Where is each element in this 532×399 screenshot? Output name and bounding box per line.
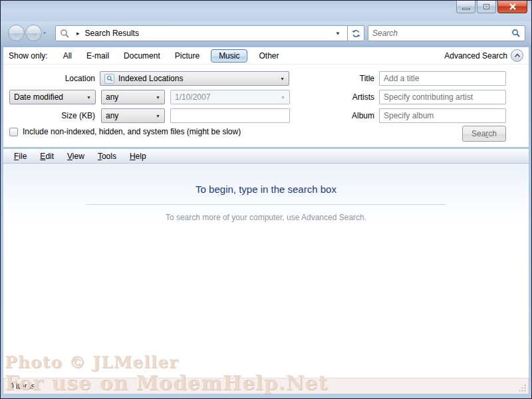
search-location-icon <box>60 29 70 39</box>
filter-other[interactable]: Other <box>251 50 286 62</box>
menu-bar: File Edit View Tools Help <box>3 149 529 164</box>
location-combobox[interactable]: Indexed Locations ▼ <box>100 71 289 86</box>
results-pane: To begin, type in the search box To sear… <box>3 164 529 378</box>
date-operator-value: any <box>106 92 118 102</box>
date-value: 1/10/2007 <box>175 92 210 102</box>
search-input[interactable] <box>372 29 511 38</box>
advanced-search-toggle[interactable]: Advanced Search <box>444 49 523 62</box>
address-bar[interactable]: ▸ Search Results ▼ <box>55 25 348 41</box>
forward-icon: → <box>29 28 38 38</box>
menu-view[interactable]: View <box>61 150 91 162</box>
maximize-button[interactable] <box>477 1 496 13</box>
size-value-input[interactable] <box>170 108 290 123</box>
title-bar[interactable] <box>1 1 531 21</box>
filter-document[interactable]: Document <box>116 50 168 62</box>
search-icon <box>511 29 521 38</box>
address-dropdown-icon[interactable]: ▼ <box>332 31 343 37</box>
menu-help[interactable]: Help <box>123 150 153 162</box>
forward-button[interactable]: → <box>25 25 42 41</box>
empty-state-subtext: To search more of your computer, use Adv… <box>3 213 529 222</box>
close-icon <box>509 3 517 10</box>
search-results-window: ← → ▾ ▸ Search Results ▼ <box>0 0 532 399</box>
filter-music-selected[interactable]: Music <box>211 49 247 63</box>
menu-file[interactable]: File <box>7 150 33 162</box>
minimize-icon <box>462 8 470 10</box>
size-label: Size (KB) <box>3 108 95 123</box>
date-operator-combobox[interactable]: any ▼ <box>101 90 165 104</box>
dropdown-arrow-icon: ▼ <box>152 95 160 100</box>
dropdown-arrow-icon: ▼ <box>152 114 160 118</box>
advanced-search-panel: Location Indexed Locations ▼ Date modifi… <box>3 65 529 147</box>
include-files-label: Include non-indexed, hidden, and system … <box>23 127 241 136</box>
breadcrumb-arrow-icon: ▸ <box>76 30 80 37</box>
divider <box>86 204 446 205</box>
empty-state-heading: To begin, type in the search box <box>3 184 529 195</box>
refresh-button[interactable] <box>348 25 364 41</box>
navigation-bar: ← → ▾ ▸ Search Results ▼ <box>1 21 531 45</box>
search-button[interactable]: Search <box>462 126 506 142</box>
recent-pages-dropdown[interactable]: ▾ <box>43 30 46 36</box>
location-value: Indexed Locations <box>118 74 183 83</box>
include-files-option[interactable]: Include non-indexed, hidden, and system … <box>9 127 241 136</box>
filter-all[interactable]: All <box>56 50 79 62</box>
filter-email[interactable]: E-mail <box>79 50 116 62</box>
refresh-icon <box>351 29 361 39</box>
filter-picture[interactable]: Picture <box>168 50 207 62</box>
include-files-checkbox[interactable] <box>9 128 18 136</box>
show-only-label: Show only: <box>9 51 48 61</box>
back-icon: ← <box>12 28 21 38</box>
dropdown-arrow-icon: ▼ <box>82 95 91 100</box>
window-body: Show only: All E-mail Document Picture M… <box>1 45 531 398</box>
collapse-chevron-icon <box>511 49 523 62</box>
filter-bar: Show only: All E-mail Document Picture M… <box>3 47 529 65</box>
search-box[interactable] <box>368 25 525 41</box>
album-input[interactable] <box>379 108 506 123</box>
date-filter-value: Date modified <box>14 92 63 102</box>
date-value-combobox: 1/10/2007 ▼ <box>170 90 290 104</box>
advanced-search-label: Advanced Search <box>444 51 507 61</box>
menu-tools[interactable]: Tools <box>91 150 123 162</box>
artists-input[interactable] <box>379 90 506 104</box>
date-filter-combobox[interactable]: Date modified ▼ <box>9 90 96 104</box>
size-operator-combobox[interactable]: any ▼ <box>101 108 165 123</box>
artists-label: Artists <box>283 90 374 104</box>
breadcrumb[interactable]: Search Results <box>85 29 333 38</box>
window-controls <box>456 1 527 13</box>
menu-edit[interactable]: Edit <box>33 150 61 162</box>
minimize-button[interactable] <box>456 1 475 13</box>
close-button[interactable] <box>497 1 527 13</box>
title-input[interactable] <box>379 71 506 86</box>
back-button[interactable]: ← <box>8 25 25 41</box>
size-operator-value: any <box>106 111 118 120</box>
restore-icon <box>483 4 489 9</box>
location-label: Location <box>3 71 95 86</box>
title-label: Title <box>283 71 374 86</box>
status-bar: 0 items <box>3 378 529 394</box>
resize-grip[interactable] <box>518 384 527 392</box>
album-label: Album <box>283 108 374 123</box>
indexed-locations-icon <box>104 74 114 84</box>
items-count: 0 items <box>9 382 35 391</box>
